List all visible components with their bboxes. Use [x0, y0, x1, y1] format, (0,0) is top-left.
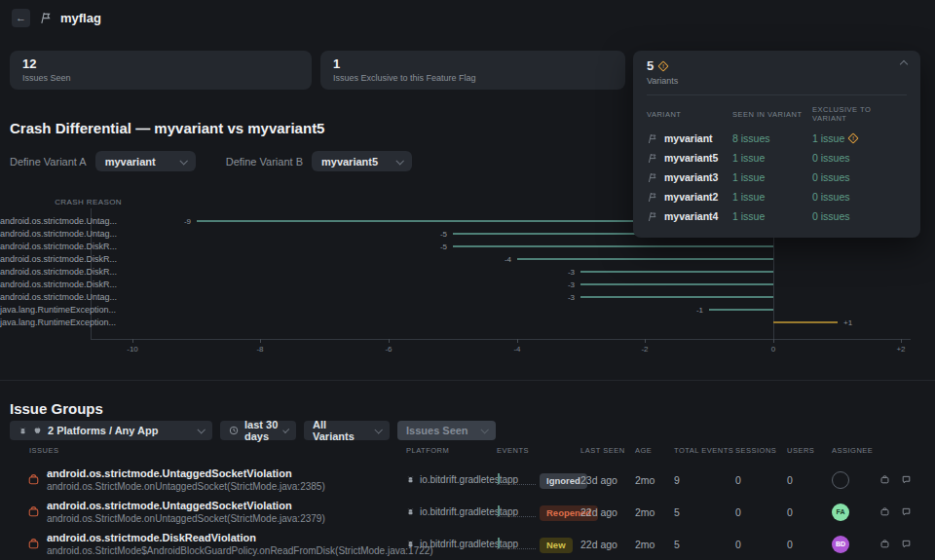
seen-in-variant-link[interactable]: 1 issue	[732, 171, 812, 183]
col-seen-in-variant: Seen in Variant	[732, 110, 812, 119]
exclusive-to-variant-link[interactable]: 0 issues	[812, 152, 907, 164]
filter-issues-seen[interactable]: Issues Seen	[397, 421, 496, 440]
issue-row[interactable]: android.os.strictmode.DiskReadViolation …	[19, 528, 916, 560]
filter-all-variants[interactable]: All Variants	[304, 421, 390, 440]
android-icon	[406, 507, 415, 516]
bug-icon	[27, 538, 40, 550]
assignee-avatar[interactable]	[832, 471, 849, 489]
variant-name: myvariant3	[647, 171, 732, 183]
col-exclusive-to-variant: Exclusive to Variant	[812, 105, 907, 123]
exclusive-to-variant-link[interactable]: 1 issue!	[812, 132, 907, 144]
filter-label: 2 Platforms / Any App	[48, 425, 158, 436]
chart-bar[interactable]	[580, 283, 773, 285]
x-tick-mark	[901, 339, 902, 343]
flag-icon	[39, 12, 52, 24]
exclusive-issues-label: Issues Exclusive to this Feature Flag	[333, 73, 613, 83]
chart-bar[interactable]	[580, 271, 773, 273]
comment-icon[interactable]	[901, 474, 912, 485]
variant-name: myvariant4	[647, 210, 732, 222]
sessions-cell: 0	[735, 506, 787, 518]
flag-icon	[647, 192, 657, 203]
bar-value-label: -4	[496, 255, 511, 264]
exclusive-to-variant-link[interactable]: 0 issues	[812, 191, 907, 203]
chart-category-label: android.os.strictmode.Untag...	[0, 229, 86, 239]
bar-value-label: -1	[688, 306, 703, 315]
android-icon	[406, 540, 415, 548]
exclusive-to-variant-link[interactable]: 0 issues	[812, 171, 907, 183]
chevron-down-icon	[375, 426, 383, 433]
seen-in-variant-link[interactable]: 1 issue	[732, 210, 812, 222]
seen-in-variant-link[interactable]: 8 issues	[732, 132, 812, 144]
chart-category-label: android.os.strictmode.DiskR...	[0, 280, 86, 289]
chevron-down-icon	[282, 427, 289, 433]
archive-icon[interactable]	[879, 539, 890, 549]
seen-in-variant-link[interactable]: 1 issue	[732, 152, 812, 164]
table-column-header: Issues	[19, 446, 406, 455]
assignee-avatar[interactable]: FA	[832, 504, 849, 521]
comment-icon[interactable]	[901, 539, 912, 549]
bar-value-label: -5	[431, 230, 447, 239]
filter-label: Issues Seen	[406, 425, 468, 436]
last-seen-cell: 22d ago	[580, 506, 635, 518]
bar-value-label: -3	[559, 268, 575, 277]
users-cell: 0	[787, 474, 832, 486]
issue-row[interactable]: android.os.strictmode.UntaggedSocketViol…	[19, 496, 916, 528]
variant-b-select[interactable]: myvariant5	[312, 151, 412, 171]
chart-bar[interactable]	[580, 296, 773, 298]
assignee-avatar[interactable]: BD	[832, 536, 849, 553]
variants-label: Variants	[647, 76, 907, 86]
clock-icon	[229, 426, 239, 435]
table-column-header: Users	[787, 446, 832, 455]
x-tick-mark	[645, 339, 646, 343]
users-cell: 0	[787, 506, 832, 518]
stat-card-exclusive-issues[interactable]: 1 Issues Exclusive to this Feature Flag	[320, 51, 625, 90]
sessions-cell: 0	[735, 474, 787, 486]
exclusive-issues-value: 1	[333, 56, 613, 71]
filter-last-30-days[interactable]: last 30 days	[220, 421, 296, 440]
warning-diamond-icon: !	[848, 132, 859, 143]
back-button[interactable]: ←	[12, 9, 30, 27]
seen-in-variant-link[interactable]: 1 issue	[732, 191, 812, 203]
table-column-header: Age	[635, 446, 674, 455]
chart-axis-caption: Crash Reason	[0, 198, 122, 206]
status-badge: New	[540, 538, 573, 553]
comment-icon[interactable]	[901, 506, 912, 517]
issue-cell: android.os.strictmode.UntaggedSocketViol…	[19, 499, 406, 525]
table-column-header: Sessions	[735, 446, 787, 455]
warning-diamond-icon: !	[658, 60, 669, 71]
chart-category-label: android.os.strictmode.Untag...	[0, 292, 86, 302]
variant-a-select[interactable]: myvariant	[95, 151, 196, 171]
issue-title: android.os.strictmode.UntaggedSocketViol…	[47, 499, 325, 512]
variants-table-header: Variant Seen in Variant Exclusive to Var…	[647, 102, 907, 129]
issue-row[interactable]: android.os.strictmode.UntaggedSocketViol…	[19, 464, 916, 496]
x-tick-mark	[517, 339, 518, 343]
filter-2-platforms-any-app[interactable]: 2 Platforms / Any App	[10, 421, 212, 440]
archive-icon[interactable]	[879, 506, 890, 517]
collapse-panel-chevron-up-icon[interactable]	[900, 60, 908, 68]
top-bar: ← myflag	[0, 0, 935, 35]
issue-title: android.os.strictmode.DiskReadViolation	[47, 531, 433, 544]
archive-icon[interactable]	[879, 474, 890, 485]
bar-value-label: -9	[175, 217, 191, 226]
variant-name: myvariant5	[647, 152, 732, 164]
chart-bar[interactable]	[709, 309, 773, 311]
issue-groups-title: Issue Groups	[10, 400, 103, 417]
bug-icon	[27, 505, 40, 518]
apple-icon	[33, 426, 42, 435]
bar-value-label: -3	[559, 280, 575, 289]
exclusive-to-variant-link[interactable]: 0 issues	[812, 210, 907, 222]
events-sparkline	[497, 473, 536, 485]
col-variant: Variant	[647, 110, 732, 119]
chart-category-label: android.os.strictmode.Untag...	[0, 216, 86, 226]
variant-row: myvariant 8 issues 1 issue!	[647, 129, 907, 148]
chart-bar[interactable]	[453, 245, 773, 247]
last-seen-cell: 23d ago	[580, 474, 635, 486]
chart-bar[interactable]	[517, 258, 773, 260]
variant-a-label: Define Variant A	[10, 156, 87, 168]
variant-name: myvariant	[647, 132, 732, 144]
stat-card-issues-seen[interactable]: 12 Issues Seen	[10, 51, 312, 90]
variant-controls: Define Variant A myvariant Define Varian…	[10, 151, 412, 171]
chart-bar[interactable]	[773, 321, 838, 323]
issues-table-body: android.os.strictmode.UntaggedSocketViol…	[19, 464, 916, 560]
variant-row: myvariant4 1 issue 0 issues	[647, 206, 907, 226]
